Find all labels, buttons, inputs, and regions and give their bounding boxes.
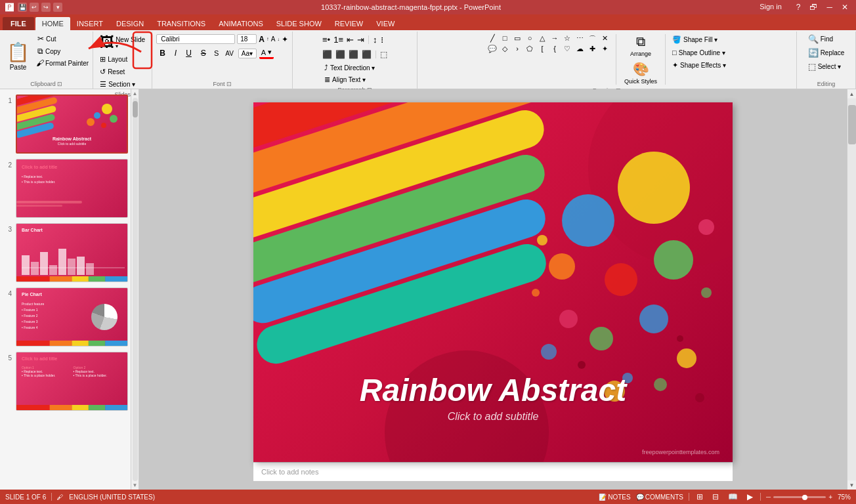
bold-button[interactable]: B — [156, 47, 169, 59]
shape-x[interactable]: ✕ — [599, 34, 610, 44]
underline-button[interactable]: U — [182, 47, 195, 59]
tab-transitions[interactable]: TRANSITIONS — [150, 17, 212, 30]
shape-fill-button[interactable]: 🪣 Shape Fill ▾ — [670, 34, 729, 45]
normal-view-btn[interactable]: ⊞ — [695, 492, 705, 502]
shape-pentagon[interactable]: ⬠ — [524, 45, 536, 53]
scroll-track-right[interactable] — [847, 98, 857, 480]
shape-bracket[interactable]: [ — [536, 45, 548, 53]
tab-home[interactable]: HOME — [35, 17, 70, 30]
shape-brace[interactable]: { — [549, 45, 561, 53]
paste-button[interactable]: 📋 Paste — [3, 33, 33, 79]
undo-icon[interactable]: ↩ — [30, 3, 39, 12]
layout-button[interactable]: ⊞ Layout — [97, 54, 130, 65]
clipboard-expand-icon[interactable]: ⊡ — [57, 81, 62, 87]
slide-preview-4[interactable]: Pie Chart Product feature• Feature 1• Fe… — [16, 287, 128, 346]
char-spacing-button[interactable]: AV — [223, 49, 236, 58]
slide-preview-5[interactable]: Click to add title Option 1 • Replace te… — [16, 352, 128, 411]
slide-thumb-4[interactable]: 4 Pie Chart Product feature• Feature 1• … — [3, 287, 128, 346]
clear-format-btn[interactable]: ✦ — [282, 35, 288, 44]
slide-preview-2[interactable]: Click to add title • Replace text.• This… — [16, 159, 128, 218]
new-slide-button[interactable]: 🖼 New Slide ▾ — [97, 33, 148, 52]
slide-preview-3[interactable]: Bar Chart — [16, 223, 128, 282]
redo-icon[interactable]: ↪ — [41, 3, 51, 12]
format-painter-button[interactable]: 🖌 Format Painter — [35, 58, 90, 68]
shape-chevron[interactable]: › — [511, 45, 523, 53]
tab-file[interactable]: FILE — [3, 17, 34, 30]
signin-link[interactable]: Sign in — [760, 3, 782, 12]
text-direction-button[interactable]: ⤴ Text Direction ▾ — [322, 62, 377, 73]
notes-placeholder[interactable]: Click to add notes — [261, 468, 318, 476]
decrease-indent-button[interactable]: ⇤ — [346, 34, 354, 45]
shape-cross[interactable]: ✚ — [586, 45, 598, 53]
align-right-button[interactable]: ⬛ — [348, 49, 359, 60]
scroll-up-right[interactable]: ▲ — [847, 89, 857, 98]
justify-button[interactable]: ⬛ — [361, 49, 372, 60]
shape-line[interactable]: ╱ — [486, 34, 498, 44]
change-case-input[interactable]: Aa▾ — [238, 49, 257, 58]
font-size-input[interactable]: 18 — [237, 34, 257, 44]
align-text-button[interactable]: ≣ Align Text ▾ — [322, 74, 368, 85]
font-expand-icon[interactable]: ⊡ — [226, 81, 232, 87]
shape-heart[interactable]: ♡ — [561, 45, 573, 53]
smartart-button[interactable]: ⬚ — [379, 49, 388, 60]
find-button[interactable]: 🔍 Find — [805, 33, 836, 45]
canvas-area[interactable]: Rainbow Abstract Click to add subtitle f… — [139, 89, 847, 490]
bullets-button[interactable]: ≡• — [322, 34, 331, 45]
tab-animations[interactable]: ANIMATIONS — [212, 17, 270, 30]
strikethrough-button[interactable]: S — [198, 47, 209, 59]
scroll-thumb[interactable] — [133, 101, 138, 117]
shape-curve[interactable]: ⌒ — [586, 34, 598, 44]
slideshow-btn[interactable]: ▶ — [745, 492, 755, 502]
scroll-down-btn[interactable]: ▼ — [133, 482, 138, 488]
customize-icon[interactable]: ▾ — [53, 3, 62, 12]
shape-effects-button[interactable]: ✦ Shape Effects ▾ — [670, 60, 729, 71]
select-button[interactable]: ⬚ Select ▾ — [805, 60, 844, 73]
numbering-button[interactable]: 1≡ — [333, 34, 344, 45]
shape-plus[interactable]: ✦ — [599, 45, 610, 53]
slide-subtitle[interactable]: Click to add subtitle — [253, 411, 733, 423]
increase-indent-button[interactable]: ⇥ — [356, 34, 365, 45]
zoom-slider[interactable]: ─ + — [766, 494, 832, 501]
scroll-track[interactable] — [133, 98, 138, 481]
slide-canvas[interactable]: Rainbow Abstract Click to add subtitle f… — [253, 102, 733, 462]
font-size-up-btn[interactable]: A — [259, 35, 265, 44]
tab-design[interactable]: DESIGN — [110, 17, 150, 30]
scroll-down-right[interactable]: ▼ — [847, 480, 857, 490]
section-button[interactable]: ☰ Section ▾ — [97, 79, 138, 90]
align-left-button[interactable]: ⬛ — [322, 49, 333, 60]
arrange-button[interactable]: ⧉ Arrange — [626, 33, 655, 58]
slide-preview-1[interactable]: Rainbow AbstractClick to add subtitle — [16, 94, 128, 154]
save-icon[interactable]: 💾 — [18, 3, 27, 12]
font-color-button[interactable]: A▾ — [259, 47, 274, 59]
shape-rounded-rect[interactable]: ▭ — [511, 34, 523, 44]
zoom-minus[interactable]: ─ — [766, 494, 771, 501]
text-shadow-button[interactable]: S — [212, 49, 221, 58]
font-family-input[interactable]: Calibri — [156, 34, 235, 44]
reset-button[interactable]: ↺ Reset — [97, 66, 127, 77]
zoom-plus[interactable]: + — [828, 494, 832, 501]
line-spacing-button[interactable]: ↕ — [372, 34, 378, 45]
font-size-down-btn[interactable]: A — [271, 35, 276, 43]
reading-view-btn[interactable]: 📖 — [726, 492, 740, 502]
zoom-level[interactable]: 75% — [838, 494, 851, 501]
tab-view[interactable]: VIEW — [370, 17, 401, 30]
scroll-thumb-right[interactable] — [848, 105, 856, 144]
notes-btn[interactable]: 📝 NOTES — [599, 494, 630, 501]
zoom-track[interactable] — [773, 496, 826, 498]
quick-styles-button[interactable]: 🎨 Quick Styles — [620, 60, 661, 86]
shape-cloud[interactable]: ☁ — [574, 45, 586, 53]
replace-button[interactable]: 🔄 Replace — [805, 47, 847, 59]
slide-thumb-5[interactable]: 5 Click to add title Option 1 • Replace … — [3, 352, 128, 411]
shape-tri[interactable]: △ — [536, 34, 548, 44]
shape-outline-button[interactable]: □ Shape Outline ▾ — [670, 47, 729, 58]
help-button[interactable]: ? — [794, 3, 803, 12]
shape-star[interactable]: ☆ — [561, 34, 573, 44]
tab-review[interactable]: REVIEW — [328, 17, 370, 30]
shape-callout[interactable]: 💬 — [486, 45, 498, 53]
slide-main-title[interactable]: Rainbow Abstract — [253, 372, 733, 408]
slide-thumb-1[interactable]: 1 — [3, 94, 128, 154]
cut-button[interactable]: ✂ Cut — [35, 33, 90, 45]
shape-rect[interactable]: □ — [499, 34, 511, 44]
slide-title-area[interactable]: Rainbow Abstract Click to add subtitle — [253, 372, 733, 423]
comments-btn[interactable]: 💬 COMMENTS — [636, 494, 683, 501]
